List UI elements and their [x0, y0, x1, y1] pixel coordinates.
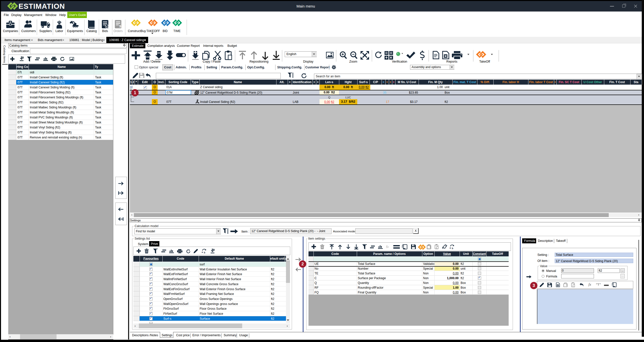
svg-text:a: a	[202, 251, 203, 253]
svg-text:b: b	[452, 247, 453, 249]
svg-text:b: b	[204, 251, 205, 253]
svg-text:$: $	[119, 24, 121, 28]
svg-text:a: a	[450, 247, 451, 249]
